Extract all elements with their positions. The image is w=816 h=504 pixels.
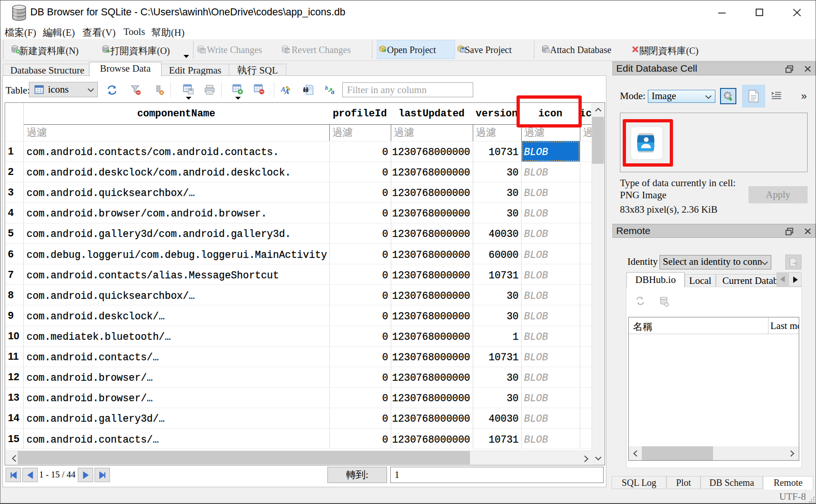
- svg-text:b: b: [325, 84, 328, 91]
